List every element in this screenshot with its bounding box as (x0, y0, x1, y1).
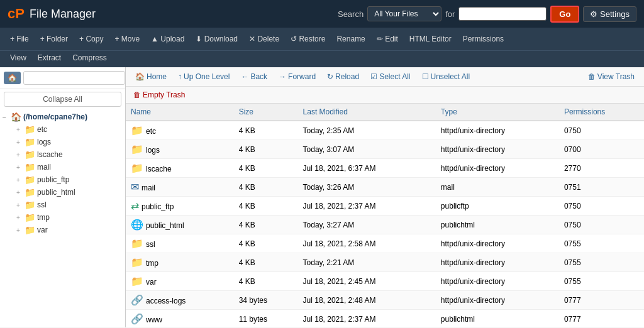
toolbar-row2: View Extract Compress (0, 50, 644, 67)
table-row[interactable]: 📁logs 4 KB Today, 3:07 AM httpd/unix-dir… (126, 140, 644, 159)
search-label: Search (338, 9, 364, 19)
go-button[interactable]: Go (550, 6, 579, 23)
view-trash-button[interactable]: 🗑 View Trash (584, 70, 639, 83)
folder-button[interactable]: + Folder (35, 32, 73, 46)
html-editor-button[interactable]: HTML Editor (404, 32, 457, 46)
tree-item-tmp[interactable]: + 📁 tmp (11, 211, 125, 224)
main-area: 🏠 Go Collapse All − 🏠 (/home/cpane7he) +… (0, 67, 644, 327)
unselect-all-button[interactable]: ☐ Unselect All (418, 70, 475, 83)
tree-item-logs[interactable]: + 📁 logs (11, 136, 125, 148)
ssl-folder-icon: 📁 (25, 200, 35, 210)
empty-trash-button[interactable]: 🗑 Empty Trash (131, 89, 187, 101)
cell-permissions: 0755 (559, 272, 644, 291)
logs-toggle: + (16, 139, 23, 146)
etc-folder-icon: 📁 (25, 124, 35, 134)
cell-modified: Jul 18, 2021, 2:37 AM (298, 197, 436, 216)
tree-item-var[interactable]: + 📁 var (11, 224, 125, 236)
file-table: Name Size Last Modified Type Permissions… (126, 104, 644, 327)
col-modified[interactable]: Last Modified (298, 104, 436, 121)
table-row[interactable]: 📁tmp 4 KB Today, 2:21 AM httpd/unix-dire… (126, 253, 644, 272)
folder-icon: 📁 (131, 163, 143, 173)
cell-name: 🔗access-logs (126, 291, 234, 310)
table-row[interactable]: 🌐public_html 4 KB Today, 3:27 AM publich… (126, 216, 644, 234)
cell-permissions: 0777 (559, 310, 644, 328)
root-toggle: − (3, 114, 9, 121)
table-row[interactable]: ✉mail 4 KB Today, 3:26 AM mail 0751 (126, 178, 644, 197)
file-tree: − 🏠 (/home/cpane7he) + 📁 etc + 📁 logs + … (0, 109, 125, 238)
cell-size: 4 KB (234, 121, 298, 140)
delete-button[interactable]: ✕ Delete (244, 32, 284, 46)
search-input[interactable] (458, 7, 547, 21)
tree-item-ssl[interactable]: + 📁 ssl (11, 199, 125, 211)
select-all-button[interactable]: ☑ Select All (366, 70, 414, 83)
table-row[interactable]: ⇄public_ftp 4 KB Jul 18, 2021, 2:37 AM p… (126, 197, 644, 216)
cell-size: 4 KB (234, 197, 298, 216)
cell-size: 4 KB (234, 272, 298, 291)
file-button[interactable]: + File (5, 32, 34, 46)
cell-permissions: 0755 (559, 253, 644, 272)
sidebar-path-bar: 🏠 Go (0, 67, 125, 89)
tree-item-public-html[interactable]: + 📁 public_html (11, 186, 125, 199)
sidebar: 🏠 Go Collapse All − 🏠 (/home/cpane7he) +… (0, 67, 126, 327)
cell-name: 📁var (126, 272, 234, 291)
cell-permissions: 0700 (559, 140, 644, 159)
mail-label: mail (37, 163, 51, 172)
forward-button[interactable]: → Forward (274, 70, 320, 83)
table-row[interactable]: 📁etc 4 KB Today, 2:35 AM httpd/unix-dire… (126, 121, 644, 140)
reload-button[interactable]: ↻ Reload (323, 70, 364, 83)
folder-icon: 📁 (131, 257, 143, 268)
col-permissions[interactable]: Permissions (559, 104, 644, 121)
tree-item-public-ftp[interactable]: + 📁 public_ftp (11, 173, 125, 186)
compress-button[interactable]: Compress (67, 51, 112, 65)
folder-icon: 📁 (131, 276, 143, 287)
cell-size: 4 KB (234, 178, 298, 197)
cell-type: publichtml (436, 310, 559, 328)
up-one-level-button[interactable]: ↑ Up One Level (174, 70, 234, 83)
tree-item-mail[interactable]: + 📁 mail (11, 161, 125, 173)
restore-button[interactable]: ↺ Restore (286, 32, 330, 46)
public-html-toggle: + (16, 189, 23, 196)
cell-size: 4 KB (234, 216, 298, 234)
back-button[interactable]: ← Back (236, 70, 272, 83)
cell-size: 11 bytes (234, 310, 298, 328)
copy-button[interactable]: + Copy (74, 32, 108, 46)
col-size[interactable]: Size (234, 104, 298, 121)
collapse-all-button[interactable]: Collapse All (4, 92, 121, 107)
cell-name: 📁logs (126, 140, 234, 159)
logs-label: logs (37, 138, 51, 146)
permissions-button[interactable]: Permissions (458, 32, 509, 46)
home-nav-button[interactable]: 🏠 Home (131, 70, 171, 83)
download-button[interactable]: ⬇ Download (191, 32, 243, 46)
cell-name: 🔗www (126, 310, 234, 328)
rename-button[interactable]: Rename (331, 32, 370, 46)
tree-item-lscache[interactable]: + 📁 lscache (11, 148, 125, 161)
view-button[interactable]: View (5, 51, 31, 65)
cell-permissions: 2770 (559, 159, 644, 178)
table-row[interactable]: 🔗www 11 bytes Jul 18, 2021, 2:37 AM publ… (126, 310, 644, 328)
table-row[interactable]: 🔗access-logs 34 bytes Jul 18, 2021, 2:48… (126, 291, 644, 310)
move-button[interactable]: + Move (109, 32, 145, 46)
col-type[interactable]: Type (436, 104, 559, 121)
cell-name: ⇄public_ftp (126, 197, 234, 216)
sidebar-home-button[interactable]: 🏠 (4, 72, 21, 84)
tree-item-etc[interactable]: + 📁 etc (11, 123, 125, 136)
cell-modified: Jul 18, 2021, 2:48 AM (298, 291, 436, 310)
cell-modified: Today, 3:27 AM (298, 216, 436, 234)
table-row[interactable]: 📁ssl 4 KB Jul 18, 2021, 2:58 AM httpd/un… (126, 234, 644, 253)
logs-folder-icon: 📁 (25, 137, 35, 147)
extract-button[interactable]: Extract (33, 51, 66, 65)
tmp-label: tmp (37, 213, 50, 222)
table-row[interactable]: 📁lscache 4 KB Jul 18, 2021, 6:37 AM http… (126, 159, 644, 178)
edit-button[interactable]: ✏ Edit (372, 32, 403, 46)
settings-button[interactable]: ⚙ Settings (583, 6, 636, 22)
cell-type: mail (436, 178, 559, 197)
tree-root[interactable]: − 🏠 (/home/cpane7he) (0, 111, 125, 123)
sidebar-path-input[interactable] (23, 71, 125, 85)
cell-modified: Today, 3:26 AM (298, 178, 436, 197)
upload-button[interactable]: ▲ Upload (146, 32, 189, 46)
col-name[interactable]: Name (126, 104, 234, 121)
www-icon: 🔗 (131, 314, 143, 324)
table-row[interactable]: 📁var 4 KB Jul 18, 2021, 2:45 AM httpd/un… (126, 272, 644, 291)
search-scope-select[interactable]: All Your Files Public HTML Home Director… (367, 6, 441, 21)
etc-label: etc (37, 125, 47, 134)
